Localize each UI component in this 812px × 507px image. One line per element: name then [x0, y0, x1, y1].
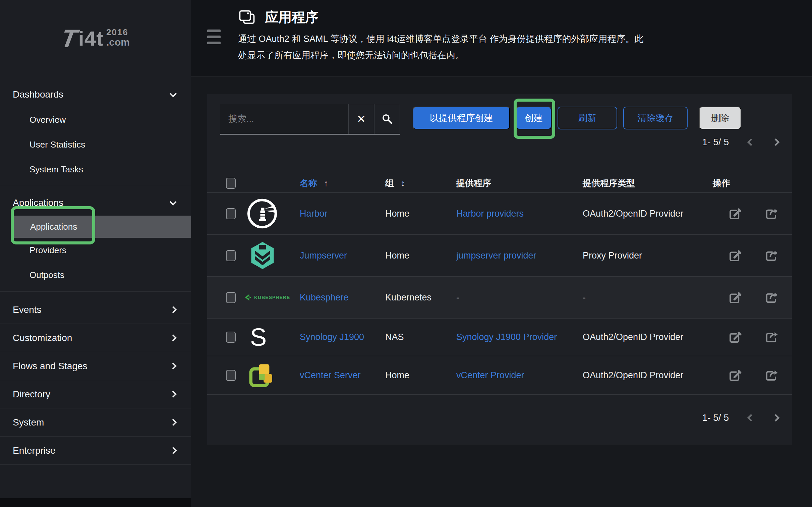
chevron-down-icon — [170, 198, 177, 205]
column-label: 名称 — [300, 177, 317, 189]
open-application-icon[interactable] — [764, 368, 779, 383]
sidebar-group-customization[interactable]: Customization — [0, 324, 191, 352]
app-icon-cell: KUBESPHERE — [241, 294, 300, 301]
table-row: vCenter Server Home vCenter Provider OAu… — [207, 356, 792, 395]
sidebar-nav: Dashboards Overview User Statistics Syst… — [0, 76, 191, 465]
sidebar-group-events[interactable]: Events — [0, 296, 191, 324]
provider-link[interactable]: vCenter Provider — [456, 370, 583, 381]
sidebar-divider — [0, 291, 191, 292]
sidebar-item-applications[interactable]: Applications — [12, 216, 191, 238]
create-with-provider-button[interactable]: 以提供程序创建 — [413, 107, 510, 129]
sidebar-group-applications[interactable]: Applications — [0, 190, 191, 216]
app-root: T i4t 2016 .com Dashboards Overview User… — [0, 0, 812, 507]
previous-page-icon[interactable] — [747, 414, 755, 422]
delete-button[interactable]: 删除 — [699, 107, 741, 129]
sidebar-item-overview[interactable]: Overview — [0, 107, 191, 132]
group-cell: Home — [385, 209, 456, 219]
sidebar-bottom-edge — [0, 498, 191, 507]
chevron-right-icon — [170, 334, 177, 341]
sidebar-group-label: Dashboards — [13, 89, 63, 100]
close-icon: ✕ — [357, 113, 366, 125]
edit-icon[interactable] — [727, 206, 742, 221]
application-name-link[interactable]: Synology J1900 — [300, 332, 385, 342]
row-checkbox[interactable] — [226, 208, 236, 219]
provider-link[interactable]: Harbor providers — [456, 209, 583, 219]
refresh-button[interactable]: 刷新 — [558, 107, 617, 129]
pagination-top: 1- 5/ 5 — [702, 137, 778, 148]
row-checkbox[interactable] — [226, 332, 236, 343]
sidebar-item-label: User Statistics — [30, 139, 85, 150]
app-icon-cell — [241, 198, 300, 229]
actions-cell — [713, 368, 792, 383]
sidebar-item-outposts[interactable]: Outposts — [0, 263, 191, 287]
provider-type-cell: OAuth2/OpenID Provider — [583, 332, 713, 342]
search-input[interactable] — [220, 104, 348, 134]
logo-name: i4t — [78, 26, 104, 50]
sidebar-group-enterprise[interactable]: Enterprise — [0, 437, 191, 465]
page-description: 通过 OAuth2 和 SAML 等协议，使用 i4t运维博客单点登录平台 作为… — [238, 31, 645, 64]
windows-restore-icon — [238, 8, 256, 26]
open-application-icon[interactable] — [764, 248, 779, 263]
page-header: 应用程序 通过 OAuth2 和 SAML 等协议，使用 i4t运维博客单点登录… — [191, 0, 812, 76]
sidebar-item-providers[interactable]: Providers — [0, 238, 191, 263]
edit-icon[interactable] — [727, 368, 742, 383]
sidebar: T i4t 2016 .com Dashboards Overview User… — [0, 0, 191, 507]
clear-search-button[interactable]: ✕ — [348, 104, 374, 134]
search-group: ✕ — [220, 104, 400, 135]
previous-page-icon[interactable] — [747, 138, 755, 146]
group-cell: Kubernetes — [385, 292, 456, 303]
provider-link[interactable]: jumpserver provider — [456, 250, 583, 261]
row-checkbox[interactable] — [226, 370, 236, 381]
edit-icon[interactable] — [727, 330, 742, 345]
search-button[interactable] — [374, 104, 400, 134]
sidebar-group-label: Customization — [13, 333, 72, 343]
column-header-actions: 操作 — [713, 177, 792, 189]
provider-type-cell: - — [583, 292, 713, 303]
table-row: S Synology J1900 NAS Synology J1900 Prov… — [207, 319, 792, 356]
sidebar-group-system[interactable]: System — [0, 408, 191, 437]
title-row: 应用程序 — [238, 8, 318, 26]
table-header-row: 名称 ↑ 组 ↕ 提供程序 提供程序类型 操作 — [207, 174, 792, 193]
select-all-checkbox[interactable] — [226, 178, 236, 189]
application-name-link[interactable]: Kubesphere — [300, 292, 385, 303]
row-checkbox[interactable] — [226, 292, 236, 303]
sidebar-item-user-statistics[interactable]: User Statistics — [0, 132, 191, 157]
pagination-bottom: 1- 5/ 5 — [702, 412, 778, 423]
chevron-down-icon — [170, 90, 177, 97]
hamburger-menu-icon[interactable] — [207, 30, 221, 44]
application-name-link[interactable]: Jumpserver — [300, 250, 385, 261]
column-header-name[interactable]: 名称 ↑ — [300, 177, 385, 189]
sidebar-item-system-tasks[interactable]: System Tasks — [0, 157, 191, 182]
open-application-icon[interactable] — [764, 330, 779, 345]
group-cell: NAS — [385, 332, 456, 342]
sidebar-item-label: Providers — [30, 245, 66, 256]
application-name-link[interactable]: Harbor — [300, 209, 385, 219]
application-name-link[interactable]: vCenter Server — [300, 370, 385, 381]
sidebar-group-label: Events — [13, 304, 42, 315]
actions-cell — [713, 206, 792, 221]
open-application-icon[interactable] — [764, 206, 779, 221]
sidebar-group-flows-and-stages[interactable]: Flows and Stages — [0, 352, 191, 380]
sidebar-item-label: Applications — [30, 222, 77, 232]
table-row: Jumpserver Home jumpserver provider Prox… — [207, 235, 792, 277]
create-button[interactable]: 创建 — [516, 107, 552, 129]
logo-tld: .com — [106, 37, 130, 48]
edit-icon[interactable] — [727, 248, 742, 263]
actions-cell — [713, 330, 792, 345]
clear-cache-button[interactable]: 清除缓存 — [623, 107, 688, 129]
next-page-icon[interactable] — [772, 138, 780, 146]
sidebar-group-dashboards[interactable]: Dashboards — [0, 82, 191, 107]
provider-link[interactable]: Synology J1900 Provider — [456, 332, 583, 342]
row-checkbox[interactable] — [226, 250, 236, 261]
logo-t-glyph: T — [59, 24, 79, 53]
provider-type-cell: OAuth2/OpenID Provider — [583, 370, 713, 381]
group-cell: Home — [385, 250, 456, 261]
open-application-icon[interactable] — [764, 290, 779, 305]
column-header-group[interactable]: 组 ↕ — [385, 177, 456, 189]
edit-icon[interactable] — [727, 290, 742, 305]
sidebar-group-directory[interactable]: Directory — [0, 380, 191, 408]
sidebar-item-label: Outposts — [30, 270, 64, 280]
column-header-provider-type: 提供程序类型 — [583, 177, 713, 189]
next-page-icon[interactable] — [772, 414, 780, 422]
sidebar-divider — [0, 186, 191, 186]
